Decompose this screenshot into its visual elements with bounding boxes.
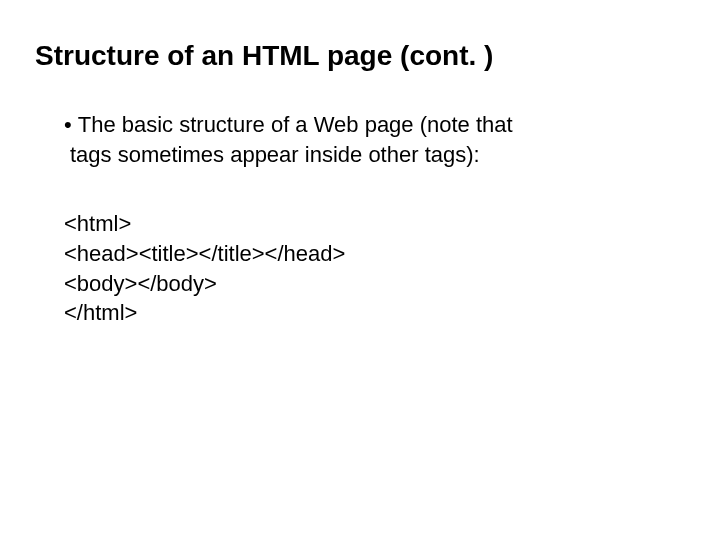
code-line-2: <head><title></title></head> xyxy=(64,239,680,269)
bullet-text-line2: tags sometimes appear inside other tags)… xyxy=(70,140,680,170)
slide-title: Structure of an HTML page (cont. ) xyxy=(35,40,680,72)
code-line-3: <body></body> xyxy=(64,269,680,299)
bullet-text-line1: The basic structure of a Web page (note … xyxy=(78,110,680,140)
code-example: <html> <head><title></title></head> <bod… xyxy=(64,209,680,328)
bullet-section: • The basic structure of a Web page (not… xyxy=(64,110,680,169)
bullet-item: • The basic structure of a Web page (not… xyxy=(64,110,680,140)
code-line-1: <html> xyxy=(64,209,680,239)
bullet-marker: • xyxy=(64,110,72,140)
code-line-4: </html> xyxy=(64,298,680,328)
